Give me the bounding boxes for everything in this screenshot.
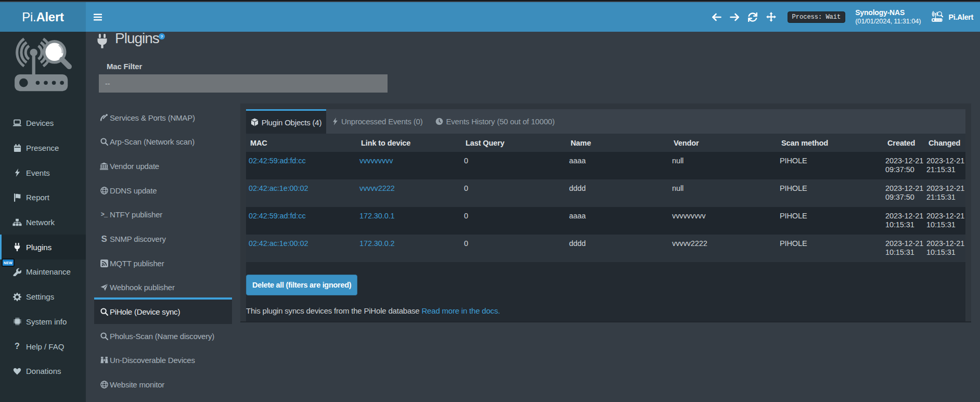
mac-link[interactable]: 02:42:ac:1e:00:02 xyxy=(249,184,308,192)
plugins-nav: Services & Ports (NMAP) Arp-Scan (Networ… xyxy=(94,106,232,397)
col-header-scan-method[interactable]: Scan method xyxy=(777,134,883,152)
device-name: Synology-NAS xyxy=(855,8,921,17)
arrow-right-icon xyxy=(730,13,740,21)
plugin-nav-webhook-publisher[interactable]: Webhook publisher xyxy=(94,276,232,300)
wrench-icon xyxy=(12,268,22,276)
plugin-nav-arp-scan[interactable]: Arp-Scan (Network scan) xyxy=(94,130,232,154)
plugin-nav-label: Website monitor xyxy=(110,380,164,389)
docs-link[interactable]: Read more in the docs. xyxy=(421,306,500,315)
cell-created: 2023-12-2109:37:50 xyxy=(883,179,924,207)
tab-unprocessed-events[interactable]: Unprocessed Events (0) xyxy=(326,109,429,134)
mac-link[interactable]: 02:42:59:ad:fd:cc xyxy=(249,157,306,165)
refresh-button[interactable] xyxy=(744,2,762,32)
sidebar-item-label: Network xyxy=(26,218,55,227)
sidebar-item-presence[interactable]: Presence xyxy=(0,136,86,161)
letter-s-icon: S xyxy=(100,236,108,243)
move-button[interactable] xyxy=(762,2,780,32)
device-link[interactable]: vvvvv2222 xyxy=(359,184,395,192)
device-link[interactable]: 172.30.0.2 xyxy=(359,239,395,248)
delete-all-button[interactable]: Delete all (filters are ignored) xyxy=(246,275,357,295)
plug-icon xyxy=(12,243,22,251)
tab-label: Unprocessed Events (0) xyxy=(341,117,423,126)
satellite-dish-icon xyxy=(100,113,108,122)
cell-vendor: vvvvvvvvv xyxy=(669,207,777,235)
laptop-icon xyxy=(12,119,22,127)
sidebar-item-help[interactable]: ? Help / FAQ xyxy=(0,334,86,359)
sidebar-item-devices[interactable]: Devices xyxy=(0,111,86,136)
col-header-created[interactable]: Created xyxy=(883,134,924,152)
hamburger-icon[interactable] xyxy=(86,2,110,32)
plugin-nav-ntfy-publisher[interactable]: >_ NTFY publisher xyxy=(94,203,232,227)
search-icon xyxy=(100,308,108,316)
sidebar-item-label: Settings xyxy=(26,292,54,301)
tab-plugin-objects[interactable]: Plugin Objects (4) xyxy=(246,109,326,134)
plugin-description: This plugin syncs devices from the PiHol… xyxy=(246,306,965,315)
plugin-nav-pholus-scan[interactable]: Pholus-Scan (Name discovery) xyxy=(94,324,232,348)
flag-icon xyxy=(12,193,22,202)
sidebar-menu: Devices Presence Events Report Network P… xyxy=(0,111,86,384)
plugin-nav-vendor-update[interactable]: Vendor update xyxy=(94,154,232,178)
col-header-last-query[interactable]: Last Query xyxy=(461,134,566,152)
plugin-nav-services-ports[interactable]: Services & Ports (NMAP) xyxy=(94,106,232,130)
plugin-objects-table: MAC Link to device Last Query Name Vendo… xyxy=(246,134,965,262)
plugin-nav-label: SNMP discovery xyxy=(110,235,166,243)
cell-name: aaaa xyxy=(566,152,669,179)
cell-vendor: null xyxy=(669,179,777,207)
sidebar-item-system-info[interactable]: System info xyxy=(0,309,86,334)
plugin-nav-mqtt-publisher[interactable]: MQTT publisher xyxy=(94,251,232,276)
heart-icon xyxy=(12,368,22,375)
sidebar-item-settings[interactable]: Settings xyxy=(0,284,86,309)
bank-icon xyxy=(100,162,108,170)
col-header-changed[interactable]: Changed xyxy=(924,134,965,152)
col-header-mac[interactable]: MAC xyxy=(246,134,357,152)
refresh-icon xyxy=(748,12,757,22)
cell-last-query: 0 xyxy=(461,235,566,262)
sidebar-item-report[interactable]: Report xyxy=(0,185,86,210)
search-icon xyxy=(100,138,108,146)
col-header-name[interactable]: Name xyxy=(566,134,669,152)
plugin-nav-label: Vendor update xyxy=(110,162,159,171)
cell-changed: 2023-12-2121:15:31 xyxy=(924,179,965,207)
mac-link[interactable]: 02:42:59:ad:fd:cc xyxy=(249,212,306,220)
sitemap-icon xyxy=(12,218,22,226)
brand-logo[interactable]: Pi.Alert xyxy=(0,2,86,32)
plugin-nav-label: DDNS update xyxy=(110,186,157,195)
bolt-icon xyxy=(332,118,338,125)
nav-forward-button[interactable] xyxy=(726,2,744,32)
top-header: Pi.Alert Process: Wait Synology-NAS (01/… xyxy=(0,2,980,32)
plugin-nav-snmp-discovery[interactable]: S SNMP discovery xyxy=(94,227,232,251)
main-content: Plugins ? Mac Filter Services & Ports (N… xyxy=(86,32,980,402)
header-brand-right[interactable]: Pi.Alert xyxy=(930,11,973,23)
sidebar-item-donations[interactable]: Donations xyxy=(0,359,86,384)
sidebar-item-label: Donations xyxy=(26,367,61,375)
help-question-badge[interactable]: ? xyxy=(159,33,165,40)
plugin-nav-ddns-update[interactable]: DDNS update xyxy=(94,178,232,203)
status-timestamp: (01/01/2024, 11:31:04) xyxy=(855,17,921,26)
table-row: 02:42:59:ad:fd:cc 172.30.0.1 0 aaaa vvvv… xyxy=(246,207,965,235)
clock-icon xyxy=(435,118,443,125)
mac-filter-input[interactable] xyxy=(99,74,388,93)
cube-icon xyxy=(251,118,259,126)
cell-last-query: 0 xyxy=(461,207,566,235)
sidebar-item-network[interactable]: Network xyxy=(0,210,86,235)
sidebar: Devices Presence Events Report Network P… xyxy=(0,32,86,402)
cell-scan-method: PIHOLE xyxy=(777,179,883,207)
plugin-nav-label: Pholus-Scan (Name discovery) xyxy=(110,332,214,341)
device-link[interactable]: vvvvvvvvv xyxy=(359,157,393,165)
plugin-nav-label: Webhook publisher xyxy=(110,283,175,292)
sidebar-item-events[interactable]: Events xyxy=(0,160,86,185)
sidebar-item-label: Presence xyxy=(26,144,59,152)
nav-back-button[interactable] xyxy=(707,2,726,32)
mac-link[interactable]: 02:42:ac:1e:00:02 xyxy=(249,239,308,248)
tab-label: Events History (50 out of 10000) xyxy=(446,117,555,126)
sidebar-item-label: Report xyxy=(26,193,49,202)
device-link[interactable]: 172.30.0.1 xyxy=(359,212,395,220)
sidebar-item-plugins[interactable]: Plugins xyxy=(0,235,86,260)
sidebar-item-label: System info xyxy=(26,317,67,326)
col-header-vendor[interactable]: Vendor xyxy=(669,134,777,152)
plugin-nav-undiscoverable[interactable]: Un-Discoverable Devices xyxy=(94,348,232,373)
col-header-link[interactable]: Link to device xyxy=(357,134,461,152)
plugin-nav-pihole[interactable]: PiHole (Device sync) xyxy=(94,300,232,324)
tab-events-history[interactable]: Events History (50 out of 10000) xyxy=(429,109,561,134)
plugin-nav-website-monitor[interactable]: Website monitor xyxy=(94,372,232,397)
